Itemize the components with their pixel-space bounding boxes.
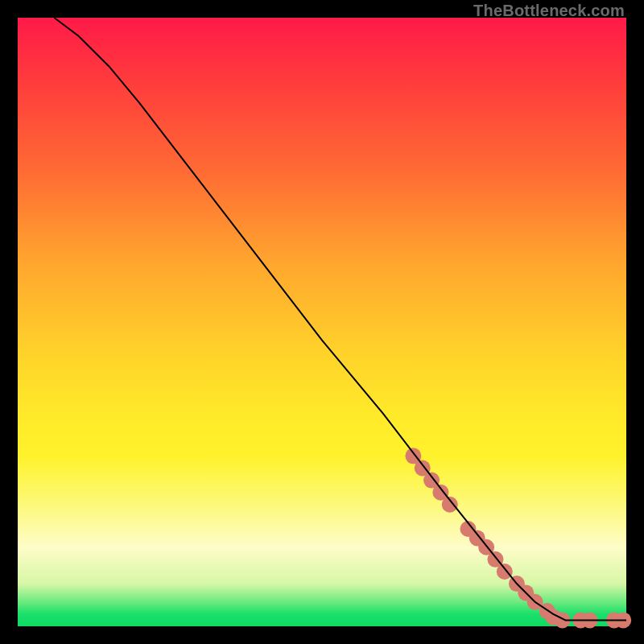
marker-dot (497, 564, 513, 580)
chart-svg (18, 18, 626, 626)
curve-path (54, 18, 626, 620)
marker-layer (405, 448, 631, 628)
chart-frame: TheBottleneck.com (0, 0, 644, 644)
